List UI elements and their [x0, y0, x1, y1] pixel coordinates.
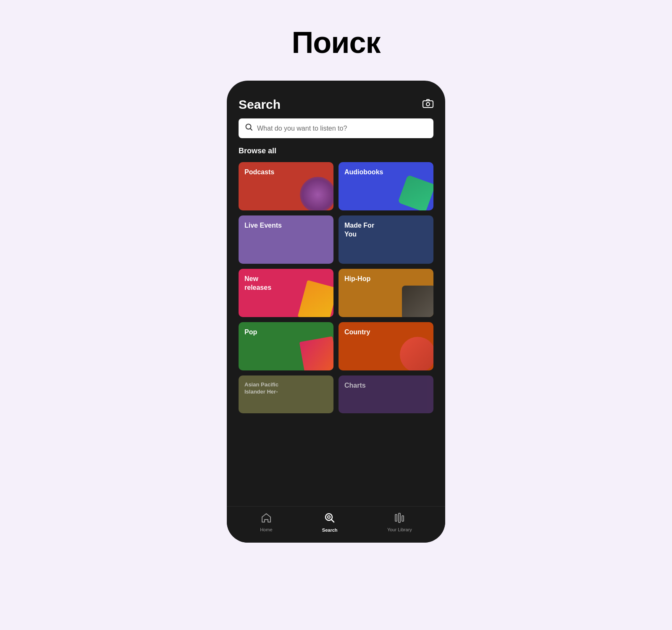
- nav-library-label: Your Library: [387, 527, 412, 532]
- page-title: Поиск: [291, 25, 380, 60]
- svg-point-4: [328, 516, 330, 518]
- card-country-label: Country: [344, 328, 370, 337]
- new-releases-decoration: [298, 280, 333, 317]
- search-nav-icon: [324, 512, 335, 526]
- card-new-releases-label: New releases: [244, 275, 286, 292]
- svg-point-1: [426, 102, 430, 106]
- card-podcasts[interactable]: Podcasts: [239, 162, 333, 210]
- card-made-for-you[interactable]: Made For You: [339, 215, 433, 264]
- nav-search[interactable]: Search: [322, 512, 338, 533]
- hip-hop-decoration: [402, 286, 433, 317]
- card-country[interactable]: Country: [339, 322, 433, 370]
- card-charts-label: Charts: [344, 381, 366, 390]
- bottom-nav: Home Search Your Library: [227, 506, 445, 543]
- podcasts-decoration: [300, 177, 333, 210]
- card-hip-hop[interactable]: Hip-Hop: [339, 269, 433, 317]
- search-bar[interactable]: What do you want to listen to?: [239, 118, 433, 138]
- card-audiobooks[interactable]: Audiobooks: [339, 162, 433, 210]
- search-icon: [245, 123, 253, 133]
- svg-rect-5: [395, 514, 397, 521]
- phone-frame: Search What do you want to listen to? Br…: [227, 81, 445, 543]
- nav-search-label: Search: [322, 528, 338, 533]
- card-live-events[interactable]: Live Events: [239, 215, 333, 264]
- card-hip-hop-label: Hip-Hop: [344, 275, 370, 284]
- card-live-events-label: Live Events: [244, 221, 282, 230]
- pop-decoration: [299, 336, 333, 370]
- card-new-releases[interactable]: New releases: [239, 269, 333, 317]
- card-pop-label: Pop: [244, 328, 257, 337]
- app-header: Search: [227, 81, 445, 118]
- card-asian-pacific[interactable]: Asian Pacific Islander Her-: [239, 375, 333, 413]
- browse-grid: Podcasts Audiobooks Live Events Made For…: [227, 162, 445, 370]
- partial-row: Asian Pacific Islander Her- Charts: [227, 370, 445, 413]
- search-placeholder: What do you want to listen to?: [257, 125, 347, 132]
- nav-library[interactable]: Your Library: [387, 513, 412, 532]
- card-made-for-you-label: Made For You: [344, 221, 386, 239]
- svg-rect-7: [402, 516, 404, 521]
- card-pop[interactable]: Pop: [239, 322, 333, 370]
- nav-home-label: Home: [260, 527, 272, 532]
- card-audiobooks-label: Audiobooks: [344, 168, 383, 177]
- card-podcasts-label: Podcasts: [244, 168, 274, 177]
- browse-all-label: Browse all: [227, 147, 445, 162]
- home-icon: [261, 513, 272, 525]
- header-title: Search: [239, 97, 281, 112]
- phone-content: Search What do you want to listen to? Br…: [227, 81, 445, 506]
- library-icon: [394, 513, 405, 525]
- svg-rect-6: [399, 513, 400, 522]
- card-asian-pacific-label: Asian Pacific Islander Her-: [244, 381, 286, 396]
- country-decoration: [400, 337, 433, 370]
- card-charts[interactable]: Charts: [339, 375, 433, 413]
- svg-rect-0: [423, 101, 433, 108]
- camera-icon[interactable]: [423, 99, 433, 110]
- audiobooks-decoration: [398, 175, 433, 210]
- nav-home[interactable]: Home: [260, 513, 272, 532]
